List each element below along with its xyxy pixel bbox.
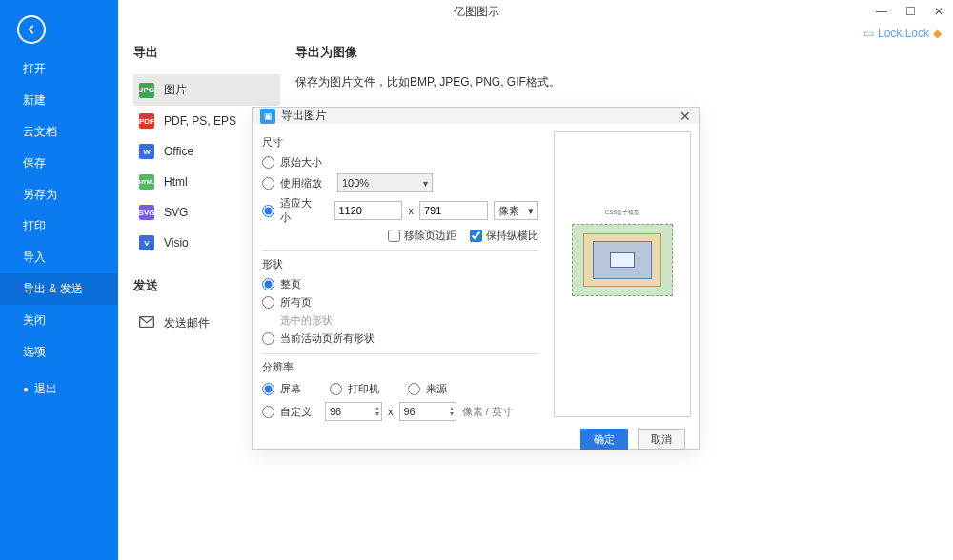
radio-dpi-printer[interactable] <box>330 383 342 395</box>
sidebar-item-cloud[interactable]: 云文档 <box>0 116 118 148</box>
height-input[interactable] <box>419 201 488 220</box>
jpg-icon: JPG <box>139 83 154 98</box>
radio-original-size[interactable] <box>262 156 274 169</box>
radio-shape-allpages[interactable] <box>262 296 274 309</box>
export-item-image[interactable]: JPG图片 <box>133 74 280 106</box>
dialog-app-icon: ▣ <box>260 109 275 124</box>
chevron-down-icon: ▾ <box>528 205 534 217</box>
shape-group-title: 形状 <box>262 257 538 271</box>
sidebar-item-exit[interactable]: 退出 <box>0 373 118 405</box>
sidebar-item-saveas[interactable]: 另存为 <box>0 179 118 210</box>
checkbox-remove-margin[interactable] <box>388 230 400 242</box>
dpi-x-input[interactable]: 96▴▾ <box>325 402 382 421</box>
size-group-title: 尺寸 <box>262 135 538 150</box>
dialog-close-button[interactable]: ✕ <box>679 109 691 124</box>
word-icon: W <box>139 144 154 159</box>
scale-select[interactable]: 100%▾ <box>337 173 433 192</box>
radio-fit-size[interactable] <box>262 205 274 217</box>
sidebar-item-print[interactable]: 打印 <box>0 210 118 242</box>
checkbox-keep-ratio[interactable] <box>470 230 482 242</box>
sidebar: 打开 新建 云文档 保存 另存为 打印 导入 导出 & 发送 关闭 选项 退出 <box>0 0 118 560</box>
mail-icon <box>139 316 154 330</box>
cancel-button[interactable]: 取消 <box>638 429 685 450</box>
export-heading: 导出 <box>133 44 280 61</box>
radio-dpi-custom[interactable] <box>262 406 274 418</box>
app-title: 亿图图示 <box>454 4 499 20</box>
html-icon: HTML <box>139 174 154 190</box>
sidebar-item-export-send[interactable]: 导出 & 发送 <box>0 273 118 305</box>
sidebar-item-close[interactable]: 关闭 <box>0 305 118 336</box>
sidebar-item-new[interactable]: 新建 <box>0 85 118 116</box>
back-button[interactable] <box>17 15 46 44</box>
dpi-y-input[interactable]: 96▴▾ <box>399 402 456 421</box>
sidebar-item-import[interactable]: 导入 <box>0 242 118 273</box>
radio-dpi-screen[interactable] <box>262 383 274 395</box>
ok-button[interactable]: 确定 <box>580 429 628 450</box>
chevron-down-icon: ▾ <box>423 178 428 189</box>
window-close-button[interactable]: ✕ <box>924 0 953 23</box>
sidebar-item-save[interactable]: 保存 <box>0 148 118 179</box>
detail-description: 保存为图片文件，比如BMP, JPEG, PNG, GIF格式。 <box>295 74 934 90</box>
sidebar-item-open[interactable]: 打开 <box>0 53 118 85</box>
visio-icon: V <box>139 235 154 250</box>
window-maximize-button[interactable]: ☐ <box>896 0 924 23</box>
dialog-title: 导出图片 <box>281 108 327 124</box>
radio-dpi-source[interactable] <box>408 383 420 395</box>
svg-icon: SVG <box>139 205 154 220</box>
export-image-dialog: ▣ 导出图片 ✕ 尺寸 原始大小 使用缩放 100%▾ 适应大小 <box>252 107 700 450</box>
sidebar-item-options[interactable]: 选项 <box>0 336 118 368</box>
unit-select[interactable]: 像素▾ <box>494 201 538 220</box>
width-input[interactable] <box>334 201 402 220</box>
radio-shape-currentpage[interactable] <box>262 332 274 345</box>
dpi-group-title: 分辨率 <box>262 360 538 374</box>
radio-use-scale[interactable] <box>262 177 274 190</box>
window-minimize-button[interactable]: — <box>867 0 896 23</box>
preview-pane: CSS盒子模型 <box>554 131 691 417</box>
detail-title: 导出为图像 <box>295 44 934 61</box>
pdf-icon: PDF <box>139 113 154 129</box>
radio-shape-fullpage[interactable] <box>262 278 274 290</box>
